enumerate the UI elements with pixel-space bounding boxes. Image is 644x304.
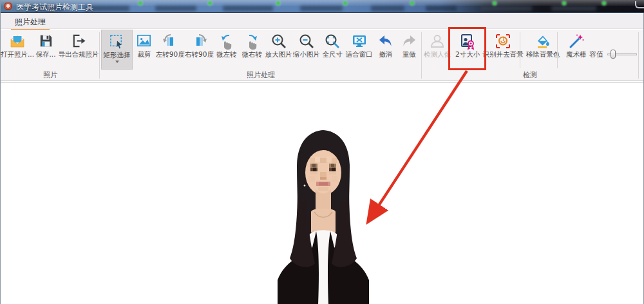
desktop-blur-artifact [371, 6, 404, 11]
full-size-label: 全尺寸 [322, 51, 343, 59]
full-size-icon [324, 32, 341, 50]
detect-portrait-label: 检测人像 [424, 51, 451, 59]
open-photo-label: 打开照片... [1, 51, 34, 59]
crop-label: 裁剪 [137, 51, 151, 59]
fit-window-label: 适合窗口 [346, 51, 373, 59]
rect-select-icon [108, 33, 126, 50]
desktop-status-dot [343, 1, 347, 5]
rotate-left-label: 左转90度 [156, 51, 185, 59]
save-icon [37, 32, 55, 50]
highlight-box-annotation [448, 27, 486, 70]
desktop-blur-artifact [223, 6, 273, 11]
crop-button[interactable]: 裁剪 [133, 30, 155, 70]
open-photo-icon [9, 32, 26, 50]
photo-canvas[interactable] [1, 82, 643, 304]
rotate-left-icon [162, 32, 179, 50]
undo-button[interactable]: 撤消 [374, 30, 397, 70]
rotate-left-90-button[interactable]: 左转90度 [156, 30, 185, 70]
desktop-blur-artifact [551, 6, 596, 11]
nudge-right-label: 微右转 [242, 51, 262, 59]
desktop-status-dot [602, 1, 606, 5]
window-title: 医学考试照片检测工具 [16, 2, 93, 13]
remove-bg-color-label: 移除背景色 [526, 51, 560, 59]
redo-button[interactable]: 重做 [398, 30, 421, 70]
zoom-out-button[interactable]: 缩小图片 [292, 30, 320, 70]
magic-wand-label: 魔术棒 [566, 51, 587, 59]
nudge-rotate-right-button[interactable]: 微右转 [240, 30, 265, 70]
desktop-status-dot [493, 1, 497, 5]
app-icon [5, 3, 12, 10]
title-bar: 医学考试照片检测工具 [1, 0, 644, 13]
ribbon-group-processing: 矩形选择 裁剪 左转90度 [101, 30, 421, 81]
undo-label: 撤消 [379, 51, 392, 59]
export-compliant-photo-button[interactable]: 导出合规照片 [59, 30, 99, 70]
button-separator [520, 32, 520, 68]
tolerance-control: 容值 [589, 30, 637, 70]
desktop-blur-artifact [480, 6, 532, 11]
zoom-in-label: 放大图片 [265, 51, 292, 59]
group-separator [99, 32, 100, 79]
ribbon-tab-row: 照片处理 [1, 13, 643, 29]
desktop-status-dot [410, 1, 414, 5]
zoom-out-icon [298, 32, 315, 50]
ribbon-group-photo: 打开照片... 保存... 导出合规照片 照片 [2, 30, 99, 81]
zoom-in-icon [270, 32, 287, 50]
rect-select-button[interactable]: 矩形选择 [101, 30, 133, 70]
fit-window-button[interactable]: 适合窗口 [345, 30, 374, 70]
magic-wand-button[interactable]: 魔术棒 [564, 30, 589, 70]
rect-select-label: 矩形选择 [104, 52, 131, 59]
full-size-button[interactable]: 全尺寸 [321, 30, 345, 70]
portrait-photo[interactable] [274, 123, 373, 304]
tolerance-slider-thumb[interactable] [611, 50, 616, 59]
zoom-in-button[interactable]: 放大图片 [265, 30, 292, 70]
dropdown-arrow-icon[interactable] [115, 61, 119, 63]
crop-image-icon [135, 32, 153, 50]
magic-wand-icon [567, 32, 585, 50]
group-separator [638, 32, 639, 79]
zoom-out-label: 缩小图片 [293, 51, 320, 59]
recognize-remove-bg-button[interactable]: 识别并去背景 [484, 30, 522, 70]
titlebar-gloss [1, 0, 644, 6]
tolerance-slider[interactable] [607, 50, 637, 59]
desktop-blur-artifact [300, 6, 343, 11]
hand-rotate-right-icon [243, 32, 261, 50]
detect-portrait-button[interactable]: 检测人像 [423, 30, 451, 70]
app-window: 医学考试照片检测工具 照片处理 打开照片... 保存... [0, 0, 644, 304]
desktop-status-dot [276, 1, 280, 5]
desktop-status-dot [138, 1, 142, 5]
window-corner-artifact [635, 1, 644, 8]
save-button[interactable]: 保存... [33, 30, 59, 70]
nudge-left-label: 微左转 [216, 51, 237, 59]
group-separator [421, 32, 422, 79]
ribbon-toolbar: 打开照片... 保存... 导出合规照片 照片 [1, 30, 643, 81]
desktop-status-dot [208, 1, 212, 5]
rotate-right-90-button[interactable]: 右转90度 [185, 30, 214, 70]
recognize-remove-bg-label: 识别并去背景 [483, 51, 524, 59]
paint-bucket-icon [534, 32, 551, 50]
save-label: 保存... [35, 51, 55, 59]
rotate-right-icon [191, 32, 208, 50]
redo-label: 重做 [402, 51, 416, 59]
detect-portrait-icon [429, 32, 446, 50]
tab-photo-processing[interactable]: 照片处理 [11, 15, 50, 30]
desktop-blur-artifact [426, 6, 457, 11]
export-label: 导出合规照片 [59, 51, 99, 59]
export-icon [70, 32, 88, 50]
redo-icon [401, 32, 418, 50]
group-label-detect: 检测 [423, 70, 637, 80]
undo-icon [377, 32, 394, 50]
hand-rotate-left-icon [218, 32, 235, 50]
group-label-photo: 照片 [2, 70, 99, 80]
nudge-rotate-left-button[interactable]: 微左转 [214, 30, 239, 70]
desktop-blur-artifact [155, 6, 196, 11]
recognize-remove-bg-icon [495, 32, 512, 50]
fit-window-icon [350, 32, 368, 50]
rotate-right-label: 右转90度 [185, 51, 214, 59]
group-label-processing: 照片处理 [101, 70, 421, 80]
desktop-status-dot [562, 1, 566, 5]
tolerance-label: 容值 [589, 50, 603, 59]
remove-bg-color-button[interactable]: 移除背景色 [525, 30, 561, 70]
button-separator [557, 32, 558, 68]
open-photo-button[interactable]: 打开照片... [2, 30, 33, 70]
